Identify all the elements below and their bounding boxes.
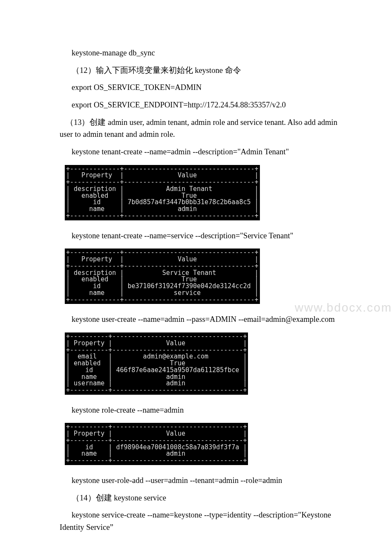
text-cmd-user-role-add: keystone user-role-add --user=admin --te… [60, 474, 341, 487]
text-cmd-tenant-admin: keystone tenant-create --name=admin --de… [60, 146, 341, 158]
text-cmd-user-create: keystone user-create --name=admin --pass… [60, 313, 341, 326]
text-step-14: （14）创建 keystone service [60, 492, 341, 504]
text-export-endpoint: export OS_SERVICE_ENDPOINT=http://172.24… [60, 99, 341, 111]
text-step-13: （13）创建 admin user, admin tenant, admin r… [60, 116, 341, 141]
text-db-sync: keystone-manage db_sync [60, 47, 341, 59]
text-cmd-service-create: keystone service-create --name=keystone … [60, 509, 341, 533]
text-cmd-tenant-service: keystone tenant-create --name=service --… [60, 230, 341, 242]
text-cmd-role-create: keystone role-create --name=admin [60, 404, 341, 416]
terminal-output-role-create: +----------+----------------------------… [65, 423, 248, 465]
text-export-token: export OS_SERVICE_TOKEN=ADMIN [60, 81, 341, 94]
terminal-output-tenant-admin: +-------------+-------------------------… [65, 165, 260, 220]
terminal-output-tenant-service: +-------------+-------------------------… [65, 249, 260, 304]
text-step-12: （12）输入下面环境变量来初始化 keystone 命令 [60, 64, 341, 77]
terminal-output-user-create: +----------+----------------------------… [65, 332, 248, 395]
